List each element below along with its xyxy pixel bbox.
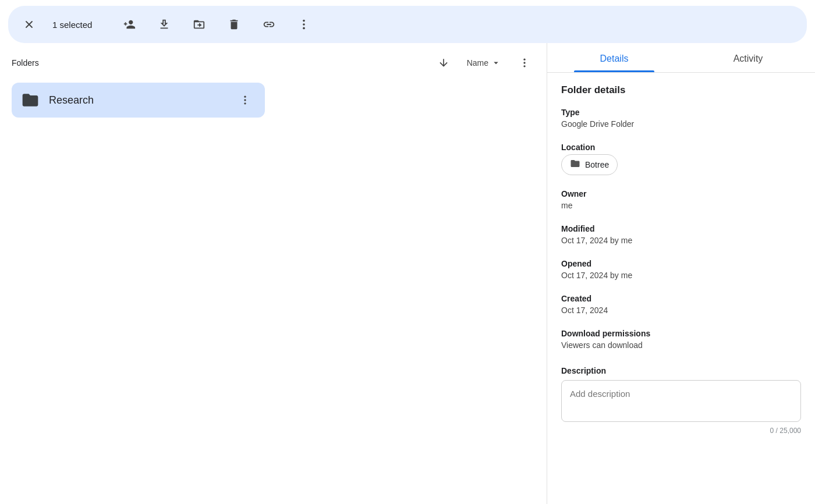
description-counter: 0 / 25,000 xyxy=(561,427,801,435)
more-options-button[interactable] xyxy=(292,13,316,36)
download-permissions-value: Viewers can download xyxy=(561,340,801,350)
folders-controls: Name xyxy=(433,52,535,73)
modified-row: Modified Oct 17, 2024 by me xyxy=(561,224,801,245)
description-label: Description xyxy=(561,366,801,375)
opened-row: Opened Oct 17, 2024 by me xyxy=(561,259,801,280)
svg-point-8 xyxy=(244,96,246,98)
close-selection-button[interactable] xyxy=(20,15,38,34)
tab-details[interactable]: Details xyxy=(547,43,681,72)
svg-point-7 xyxy=(523,65,525,67)
svg-point-4 xyxy=(303,27,305,30)
download-permissions-row: Download permissions Viewers can downloa… xyxy=(561,329,801,350)
type-row: Type Google Drive Folder xyxy=(561,108,801,129)
main-layout: Folders Name xyxy=(0,43,815,504)
svg-point-3 xyxy=(303,23,305,26)
folder-name-label: Research xyxy=(49,94,225,107)
created-label: Created xyxy=(561,294,801,303)
location-badge-button[interactable]: Botree xyxy=(561,154,618,175)
created-value: Oct 17, 2024 xyxy=(561,306,801,315)
download-permissions-label: Download permissions xyxy=(561,329,801,338)
opened-label: Opened xyxy=(561,259,801,268)
move-to-folder-button[interactable] xyxy=(187,13,211,36)
tab-activity[interactable]: Activity xyxy=(681,43,815,72)
file-list-panel: Folders Name xyxy=(0,43,547,504)
folder-icon xyxy=(21,91,40,109)
sort-by-name-button[interactable]: Name xyxy=(461,54,507,72)
modified-value: Oct 17, 2024 by me xyxy=(561,236,801,245)
folders-header: Folders Name xyxy=(12,52,535,73)
owner-label: Owner xyxy=(561,189,801,198)
download-button[interactable] xyxy=(153,13,176,36)
created-row: Created Oct 17, 2024 xyxy=(561,294,801,315)
details-section-title: Folder details xyxy=(561,84,801,96)
selected-count-label: 1 selected xyxy=(52,20,99,30)
delete-button[interactable] xyxy=(222,13,246,36)
location-row: Location Botree xyxy=(561,143,801,175)
selection-toolbar: 1 selected xyxy=(8,6,807,43)
svg-point-2 xyxy=(303,20,305,22)
svg-point-5 xyxy=(523,59,525,61)
type-value: Google Drive Folder xyxy=(561,119,801,129)
location-label: Location xyxy=(561,143,801,152)
folder-research[interactable]: Research xyxy=(12,83,265,118)
get-link-button[interactable] xyxy=(257,13,281,36)
add-people-button[interactable] xyxy=(118,13,141,36)
owner-row: Owner me xyxy=(561,189,801,210)
folders-section-title: Folders xyxy=(12,58,39,68)
details-tabs: Details Activity xyxy=(547,43,815,73)
location-name: Botree xyxy=(585,160,609,169)
modified-label: Modified xyxy=(561,224,801,233)
svg-point-6 xyxy=(523,62,525,63)
svg-point-10 xyxy=(244,102,246,104)
owner-value: me xyxy=(561,201,801,210)
list-more-options-button[interactable] xyxy=(514,52,535,73)
description-section: Description 0 / 25,000 xyxy=(561,366,801,435)
type-label: Type xyxy=(561,108,801,117)
details-panel: Details Activity Folder details Type Goo… xyxy=(547,43,815,504)
svg-point-9 xyxy=(244,99,246,101)
location-folder-icon xyxy=(570,158,580,171)
sort-direction-button[interactable] xyxy=(433,52,454,73)
description-input[interactable] xyxy=(561,380,801,422)
sort-name-label: Name xyxy=(467,58,488,68)
folder-more-options-button[interactable] xyxy=(235,90,256,111)
opened-value: Oct 17, 2024 by me xyxy=(561,271,801,280)
details-content: Folder details Type Google Drive Folder … xyxy=(547,73,815,446)
toolbar-actions xyxy=(118,13,316,36)
